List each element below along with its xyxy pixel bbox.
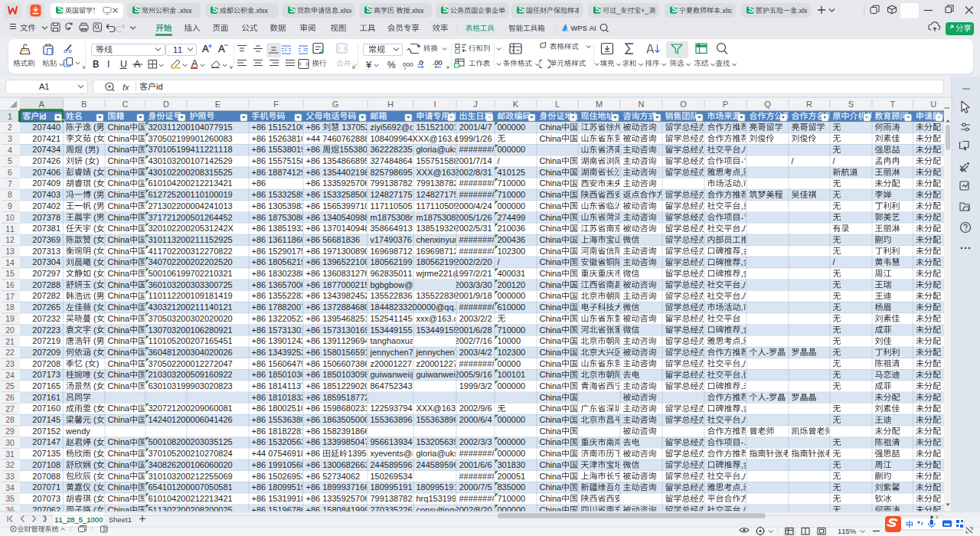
- svg-text:/: /: [833, 257, 836, 266]
- svg-text:%: %: [387, 60, 396, 70]
- svg-text:xxx@163.co: xxx@163.co: [416, 314, 463, 323]
- svg-text:+86 13608312769: +86 13608312769: [306, 269, 374, 278]
- svg-text:+86 18501030983: +86 18501030983: [306, 370, 374, 379]
- svg-text:China: China: [540, 168, 563, 177]
- svg-text:S: S: [748, 5, 753, 14]
- svg-text:id: id: [156, 82, 163, 91]
- svg-text:China: China: [108, 291, 131, 300]
- svg-text:(: (: [91, 404, 96, 413]
- svg-text:,/: ,/: [741, 359, 746, 368]
- svg-text:G: G: [332, 100, 339, 109]
- svg-text:A1: A1: [39, 82, 49, 91]
- svg-text:,/: ,/: [741, 224, 746, 233]
- svg-text:+86: +86: [306, 123, 323, 132]
- svg-text:China: China: [540, 247, 563, 256]
- svg-text:,: ,: [741, 178, 743, 188]
- svg-text:2002/5/31: 2002/5/31: [455, 224, 492, 233]
- svg-text:¥: ¥: [365, 59, 372, 70]
- svg-text:China: China: [540, 314, 563, 323]
- svg-text:000000: 000000: [498, 145, 526, 154]
- svg-text:,: ,: [741, 302, 743, 312]
- svg-text:612725200110100019: 612725200110100019: [149, 190, 233, 199]
- svg-text:jennychen7: jennychen7: [416, 348, 459, 357]
- svg-text:S: S: [595, 5, 600, 14]
- svg-text:_: _: [616, 7, 621, 15]
- svg-text:511302200208200025: 511302200208200025: [149, 505, 233, 515]
- svg-text:+86 15801565910: +86 15801565910: [306, 348, 374, 357]
- svg-text:32010220020531242X: 32010220020531242X: [149, 224, 234, 233]
- svg-text:+86 13728846808: +86 13728846808: [306, 302, 374, 312]
- svg-text:(: (: [91, 505, 96, 515]
- svg-text:2001/6/6: 2001/6/6: [459, 460, 492, 469]
- svg-text:hrq1531991: hrq1531991: [416, 494, 462, 503]
- svg-text:31: 31: [5, 450, 15, 459]
- svg-text:9: 9: [8, 202, 12, 211]
- svg-text:China: China: [540, 302, 563, 312]
- svg-text:S: S: [671, 5, 677, 14]
- svg-text:(: (: [91, 235, 96, 244]
- svg-text:########: ########: [459, 472, 498, 481]
- svg-text:L: L: [555, 100, 560, 109]
- svg-text:2005/9/16: 2005/9/16: [455, 370, 492, 379]
- svg-text:E: E: [215, 100, 220, 109]
- svg-text:China: China: [108, 348, 131, 357]
- svg-text:207403: 207403: [32, 190, 60, 199]
- svg-text:835000: 835000: [498, 482, 526, 492]
- svg-text:+86 56681836: +86 56681836: [306, 235, 361, 244]
- svg-text:22: 22: [5, 348, 15, 357]
- svg-text:S: S: [289, 5, 295, 14]
- svg-text:630103199903020823: 630103199903020823: [149, 381, 233, 391]
- svg-text:(: (: [91, 134, 96, 143]
- svg-text:China: China: [108, 269, 131, 278]
- svg-text:000: 000: [403, 61, 413, 68]
- svg-text:.x: .x: [581, 7, 587, 15]
- svg-text:S: S: [518, 5, 524, 14]
- svg-text:18: 18: [5, 303, 15, 312]
- svg-text:China: China: [540, 269, 563, 278]
- svg-text:China: China: [540, 224, 563, 233]
- svg-text:China: China: [540, 235, 563, 244]
- svg-text:(: (: [91, 336, 96, 345]
- svg-text:11: 11: [5, 225, 15, 234]
- svg-text:142401200006041426: 142401200006041426: [149, 415, 233, 424]
- svg-text:2002/7/16: 2002/7/16: [455, 336, 492, 345]
- svg-text:207232: 207232: [32, 314, 60, 323]
- svg-text:2001/7/14: 2001/7/14: [455, 156, 492, 165]
- svg-text:China: China: [540, 134, 563, 143]
- svg-text:26: 26: [5, 394, 15, 402]
- svg-text:D: D: [163, 100, 169, 109]
- svg-text:.xlsx: .xlsx: [410, 7, 425, 15]
- svg-text:24: 24: [5, 371, 15, 380]
- svg-text:,/: ,/: [741, 415, 746, 424]
- svg-text:/: /: [498, 257, 501, 266]
- svg-text:China: China: [108, 460, 131, 469]
- svg-text:China: China: [108, 168, 131, 177]
- svg-text:36: 36: [5, 506, 15, 515]
- svg-text:2002/2/20: 2002/2/20: [455, 257, 492, 266]
- svg-text:10000: 10000: [498, 336, 521, 345]
- svg-text:): ): [96, 145, 100, 154]
- svg-text:430103200107142529: 430103200107142529: [149, 156, 233, 165]
- svg-text:China: China: [540, 505, 563, 515]
- svg-text:China: China: [540, 381, 563, 391]
- svg-text:+86 18999371663: +86 18999371663: [306, 482, 374, 492]
- svg-text:T: T: [890, 100, 895, 109]
- svg-text:(: (: [91, 415, 96, 424]
- svg-text:.xlsx: .xlsx: [720, 7, 735, 15]
- svg-text:China: China: [540, 348, 563, 357]
- svg-text:bgbgbow@1: bgbgbow@1: [371, 280, 418, 289]
- svg-text:1997/2/21: 1997/2/21: [455, 269, 492, 278]
- svg-text:(: (: [91, 370, 96, 379]
- svg-text:14: 14: [5, 259, 15, 267]
- svg-text:China: China: [108, 235, 131, 244]
- svg-text:chenxinyun: chenxinyun: [416, 235, 459, 244]
- svg-text:2002/8/20: 2002/8/20: [455, 505, 492, 515]
- svg-text:tanghaoxua: tanghaoxua: [371, 336, 415, 345]
- svg-text:200120: 200120: [498, 280, 526, 289]
- svg-text:5: 5: [8, 157, 12, 165]
- svg-text:China: China: [540, 449, 563, 458]
- svg-text:China: China: [108, 224, 131, 233]
- svg-text:(: (: [91, 449, 96, 458]
- svg-text:+86 19713008901: +86 19713008901: [306, 247, 374, 256]
- svg-text:R: R: [806, 100, 812, 109]
